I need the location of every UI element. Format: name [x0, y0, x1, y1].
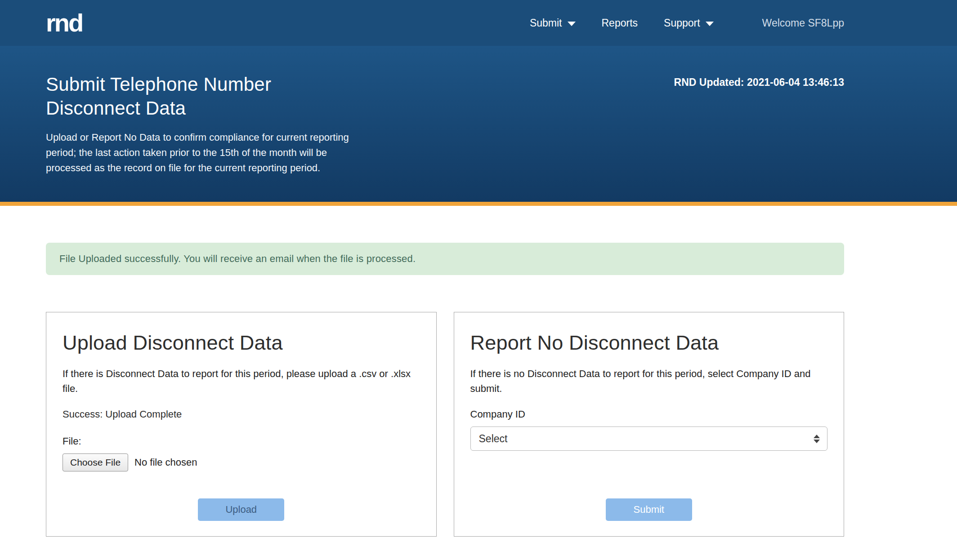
top-navbar: rnd Submit Reports Support Welcome SF8Lp… [0, 0, 957, 46]
company-id-select-value: Select [479, 433, 508, 445]
page-description: Upload or Report No Data to confirm comp… [46, 130, 366, 176]
nav-item-support-label: Support [664, 17, 700, 29]
nav-item-reports[interactable]: Reports [602, 17, 638, 29]
choose-file-button[interactable]: Choose File [63, 453, 128, 471]
accent-divider [0, 202, 957, 206]
nav-item-submit-label: Submit [530, 17, 562, 29]
success-alert: File Uploaded successfully. You will rec… [46, 243, 844, 275]
rnd-updated-timestamp: RND Updated: 2021-06-04 13:46:13 [674, 73, 844, 89]
rnd-logo[interactable]: rnd [46, 10, 82, 36]
file-field-label: File: [63, 436, 420, 447]
upload-card-description: If there is Disconnect Data to report fo… [63, 366, 420, 396]
upload-card-title: Upload Disconnect Data [63, 331, 420, 355]
hero-text-block: Submit Telephone Number Disconnect Data … [46, 73, 366, 176]
upload-button[interactable]: Upload [198, 498, 284, 521]
hero-inner: Submit Telephone Number Disconnect Data … [46, 73, 844, 176]
chevron-down-icon [706, 22, 714, 26]
main-nav: Submit Reports Support [530, 17, 714, 29]
company-id-label: Company ID [470, 409, 828, 420]
upload-status-text: Success: Upload Complete [63, 409, 420, 420]
cards-row: Upload Disconnect Data If there is Disco… [46, 312, 844, 537]
chevron-down-icon [568, 22, 576, 26]
no-file-chosen-text: No file chosen [134, 457, 197, 468]
upload-button-row: Upload [63, 498, 420, 521]
submit-button-row: Submit [470, 498, 828, 521]
nav-item-submit[interactable]: Submit [530, 17, 576, 29]
navbar-inner: rnd Submit Reports Support Welcome SF8Lp… [46, 0, 844, 46]
submit-button[interactable]: Submit [606, 498, 692, 521]
report-no-data-card: Report No Disconnect Data If there is no… [454, 312, 845, 537]
select-arrows-icon [814, 435, 820, 443]
nav-item-support[interactable]: Support [664, 17, 714, 29]
report-card-description: If there is no Disconnect Data to report… [470, 366, 828, 396]
company-id-select[interactable]: Select [470, 427, 828, 451]
page-title: Submit Telephone Number Disconnect Data [46, 73, 352, 120]
hero-banner: Submit Telephone Number Disconnect Data … [0, 46, 957, 202]
nav-item-reports-label: Reports [602, 17, 638, 29]
report-card-title: Report No Disconnect Data [470, 331, 828, 355]
upload-disconnect-card: Upload Disconnect Data If there is Disco… [46, 312, 437, 537]
welcome-user-text: Welcome SF8Lpp [762, 17, 844, 29]
main-content: File Uploaded successfully. You will rec… [46, 243, 844, 537]
file-input-row: Choose File No file chosen [63, 453, 420, 471]
